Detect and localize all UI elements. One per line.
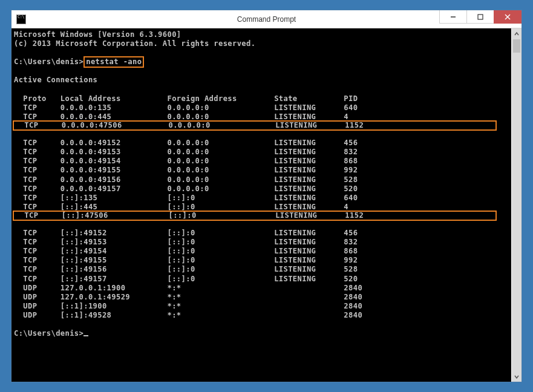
table-row: TCP [::]:49156 [::]:0 LISTENING 528 — [14, 265, 358, 273]
table-header: Proto Local Address Foreign Address Stat… — [14, 94, 358, 103]
scrollbar-thumb[interactable] — [513, 39, 520, 53]
table-row: TCP 0.0.0.0:445 0.0.0.0:0 LISTENING 4 — [14, 113, 348, 121]
table-row: TCP 0.0.0.0:49155 0.0.0.0:0 LISTENING 99… — [14, 166, 358, 174]
table-row: TCP 0.0.0.0:49152 0.0.0.0:0 LISTENING 45… — [14, 139, 358, 147]
chevron-down-icon — [514, 374, 519, 379]
minimize-button[interactable] — [439, 10, 467, 24]
command-prompt-window: Command Prompt Microsoft Windows [Versio… — [11, 10, 522, 382]
table-row: UDP 127.0.0.1:1900 *:* 2840 — [14, 284, 362, 292]
table-row: TCP 0.0.0.0:49157 0.0.0.0:0 LISTENING 52… — [14, 185, 358, 193]
close-button[interactable] — [494, 10, 522, 24]
maximize-icon — [477, 14, 483, 20]
vertical-scrollbar[interactable] — [511, 28, 522, 382]
table-row: TCP 0.0.0.0:49156 0.0.0.0:0 LISTENING 52… — [14, 175, 358, 184]
table-row: TCP [::]:49154 [::]:0 LISTENING 868 — [14, 247, 358, 255]
table-row: TCP [::]:135 [::]:0 LISTENING 640 — [14, 194, 358, 202]
table-row: UDP [::1]:49528 *:* 2840 — [14, 311, 362, 319]
table-row: UDP [::1]:1900 *:* 2840 — [14, 302, 362, 310]
window-buttons — [440, 10, 522, 28]
table-row-highlight: TCP 0.0.0.0:47506 0.0.0.0:0 LISTENING 11… — [13, 120, 497, 131]
command-highlight: netstat -ano — [83, 56, 144, 68]
table-row: TCP [::]:49155 [::]:0 LISTENING 992 — [14, 256, 358, 264]
titlebar[interactable]: Command Prompt — [11, 10, 522, 28]
minimize-icon — [450, 14, 456, 20]
table-row: TCP 0.0.0.0:49154 0.0.0.0:0 LISTENING 86… — [14, 157, 358, 165]
chevron-up-icon — [514, 31, 519, 36]
banner-line2: (c) 2013 Microsoft Corporation. All righ… — [14, 39, 255, 48]
svg-rect-1 — [478, 15, 483, 19]
client-area: Microsoft Windows [Version 6.3.9600] (c)… — [11, 28, 522, 382]
table-row: TCP [::]:49152 [::]:0 LISTENING 456 — [14, 229, 358, 237]
scroll-down-button[interactable] — [512, 371, 522, 382]
close-icon — [505, 14, 511, 20]
table-row: TCP [::]:445 [::]:0 LISTENING 4 — [14, 203, 348, 211]
cmd-icon — [16, 15, 26, 24]
prompt-waiting: C:\Users\denis> — [14, 329, 88, 338]
scroll-up-button[interactable] — [512, 28, 522, 39]
table-row: TCP 0.0.0.0:49153 0.0.0.0:0 LISTENING 83… — [14, 148, 358, 156]
table-row: TCP 0.0.0.0:135 0.0.0.0:0 LISTENING 640 — [14, 103, 358, 112]
prompt-line: C:\Users\denis>netstat -ano — [14, 57, 144, 66]
table-row: TCP [::]:49157 [::]:0 LISTENING 520 — [14, 275, 358, 283]
section-title: Active Connections — [14, 76, 97, 84]
banner-line1: Microsoft Windows [Version 6.3.9600] — [14, 30, 181, 39]
terminal-output[interactable]: Microsoft Windows [Version 6.3.9600] (c)… — [11, 28, 511, 382]
maximize-button[interactable] — [466, 10, 494, 24]
table-row: TCP [::]:49153 [::]:0 LISTENING 832 — [14, 238, 358, 246]
table-row-highlight: TCP [::]:47506 [::]:0 LISTENING 1152 — [13, 211, 497, 221]
cursor — [83, 335, 88, 336]
table-row: UDP 127.0.0.1:49529 *:* 2840 — [14, 293, 362, 301]
